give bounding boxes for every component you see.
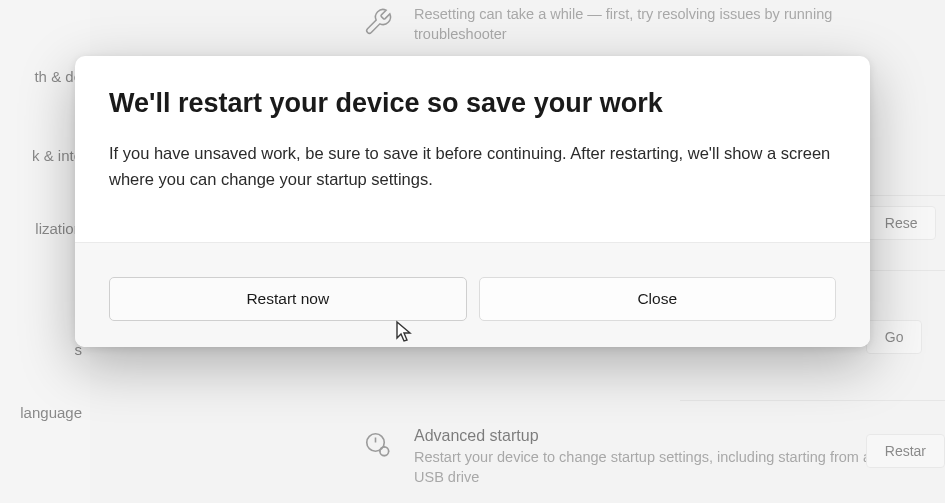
- dialog-title: We'll restart your device so save your w…: [109, 88, 836, 119]
- close-button[interactable]: Close: [479, 277, 837, 321]
- restart-now-button[interactable]: Restart now: [109, 277, 467, 321]
- dialog-footer: Restart now Close: [75, 242, 870, 347]
- dialog-overlay: We'll restart your device so save your w…: [0, 0, 945, 503]
- restart-confirmation-dialog: We'll restart your device so save your w…: [75, 56, 870, 347]
- dialog-message: If you have unsaved work, be sure to sav…: [109, 141, 836, 192]
